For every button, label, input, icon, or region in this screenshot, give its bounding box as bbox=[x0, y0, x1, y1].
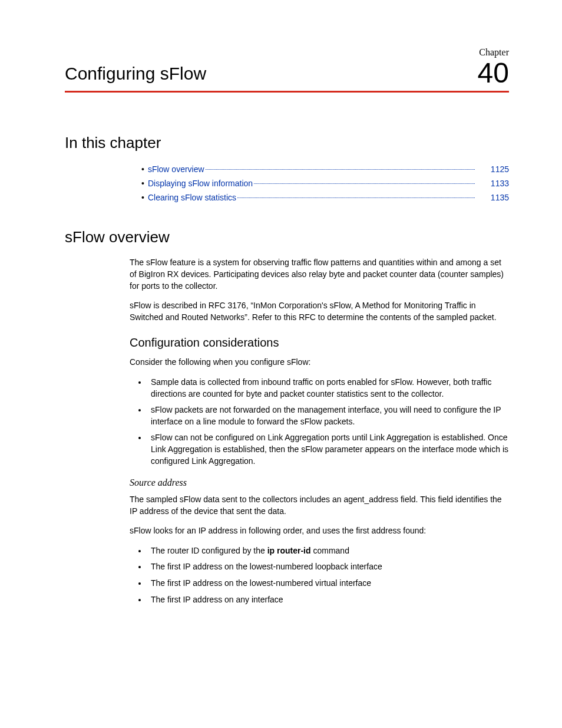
page: Configuring sFlow Chapter 40 In this cha… bbox=[0, 0, 562, 728]
paragraph: sFlow is described in RFC 3176, “InMon C… bbox=[130, 300, 509, 323]
paragraph: The sampled sFlow data sent to the colle… bbox=[130, 494, 509, 517]
toc-link[interactable]: Clearing sFlow statistics bbox=[148, 191, 236, 205]
toc-link[interactable]: Displaying sFlow information bbox=[148, 177, 253, 191]
paragraph: sFlow looks for an IP address in followi… bbox=[130, 525, 509, 537]
toc-page[interactable]: 1125 bbox=[484, 163, 509, 177]
paragraph: The sFlow feature is a system for observ… bbox=[130, 257, 509, 292]
subsubsection-source-address: Source address bbox=[130, 477, 509, 488]
toc-item: • sFlow overview 1125 bbox=[141, 163, 509, 177]
list-item: The router ID configured by the ip route… bbox=[147, 545, 509, 557]
chapter-header: Configuring sFlow Chapter 40 bbox=[65, 47, 509, 87]
section-sflow-overview: sFlow overview bbox=[65, 228, 509, 246]
subsection-config-considerations: Configuration considerations bbox=[130, 336, 509, 350]
header-rule bbox=[65, 91, 509, 93]
toc-page[interactable]: 1133 bbox=[484, 177, 509, 191]
text: The router ID configured by the bbox=[151, 546, 267, 555]
command-text: ip router-id bbox=[267, 546, 311, 555]
section-in-this-chapter: In this chapter bbox=[65, 134, 509, 152]
bullet-icon: • bbox=[141, 191, 144, 205]
toc-item: • Displaying sFlow information 1133 bbox=[141, 177, 509, 191]
chapter-number: 40 bbox=[478, 59, 509, 87]
toc-leader bbox=[254, 183, 475, 184]
overview-content: The sFlow feature is a system for observ… bbox=[130, 257, 509, 605]
toc-leader bbox=[237, 197, 475, 198]
list-item: The first IP address on the lowest-numbe… bbox=[147, 578, 509, 589]
source-bullet-list: The router ID configured by the ip route… bbox=[130, 545, 509, 605]
chapter-label: Chapter bbox=[478, 47, 509, 58]
list-item: sFlow can not be configured on Link Aggr… bbox=[147, 432, 509, 467]
list-item: The first IP address on any interface bbox=[147, 594, 509, 606]
toc-item: • Clearing sFlow statistics 1135 bbox=[141, 191, 509, 205]
list-item: The first IP address on the lowest-numbe… bbox=[147, 561, 509, 573]
table-of-contents: • sFlow overview 1125 • Displaying sFlow… bbox=[141, 163, 509, 205]
toc-page[interactable]: 1135 bbox=[484, 191, 509, 205]
chapter-number-block: Chapter 40 bbox=[478, 47, 509, 87]
toc-link[interactable]: sFlow overview bbox=[148, 163, 204, 177]
bullet-icon: • bbox=[141, 177, 144, 191]
toc-leader bbox=[206, 169, 475, 170]
list-item: sFlow packets are not forwarded on the m… bbox=[147, 404, 509, 427]
chapter-title: Configuring sFlow bbox=[65, 64, 206, 87]
paragraph: Consider the following when you configur… bbox=[130, 357, 509, 368]
list-item: Sample data is collected from inbound tr… bbox=[147, 377, 509, 400]
config-bullet-list: Sample data is collected from inbound tr… bbox=[130, 377, 509, 467]
bullet-icon: • bbox=[141, 163, 144, 177]
text: command bbox=[311, 546, 349, 555]
